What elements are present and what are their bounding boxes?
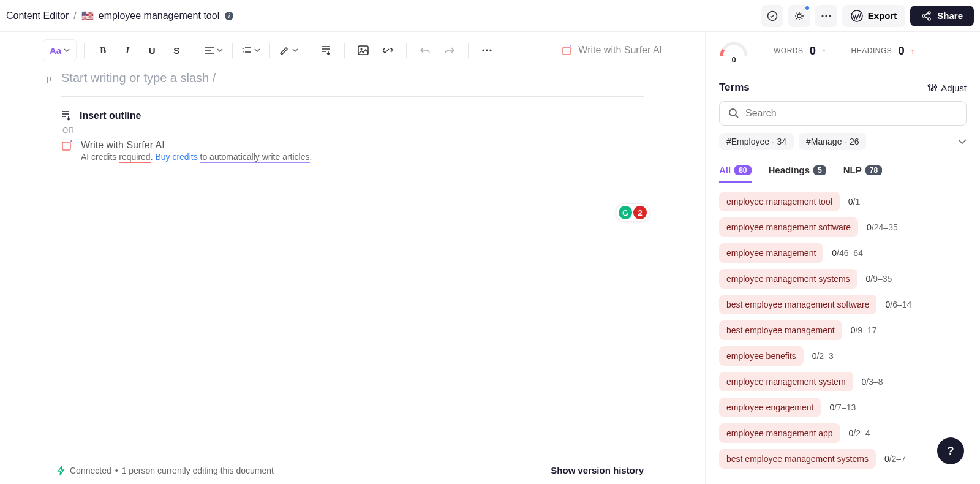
term-item[interactable]: employee management app0/2–4 xyxy=(719,423,967,443)
header-actions: Export Share xyxy=(761,5,974,27)
term-range: 0/46–64 xyxy=(832,248,863,258)
more-icon[interactable] xyxy=(815,5,837,27)
svg-point-8 xyxy=(922,15,925,17)
toolbar-sep xyxy=(232,43,233,58)
help-button[interactable]: ? xyxy=(937,437,964,464)
term-item[interactable]: employee management tool0/1 xyxy=(719,192,967,211)
terms-header: Terms Adjust xyxy=(719,81,967,94)
terms-search[interactable] xyxy=(719,101,967,126)
toolbar-sep xyxy=(344,43,345,58)
svg-point-16 xyxy=(486,49,488,51)
chips-row: #Employee - 34 #Manage - 26 xyxy=(719,133,967,150)
share-icon xyxy=(921,10,932,21)
check-icon[interactable] xyxy=(761,5,783,27)
editor-placeholder[interactable]: Start writing or type a slash / xyxy=(61,69,644,97)
toolbar-sep xyxy=(195,43,195,58)
write-ai-option[interactable]: Write with Surfer AI AI credits required… xyxy=(61,140,644,162)
svg-text:1: 1 xyxy=(242,46,244,50)
filter-chip[interactable]: #Manage - 26 xyxy=(799,133,866,150)
terms-tabs: All80 Headings5 NLP78 xyxy=(719,159,967,183)
svg-point-9 xyxy=(928,12,930,14)
tab-nlp[interactable]: NLP78 xyxy=(843,159,882,183)
adjust-button[interactable]: Adjust xyxy=(927,83,967,93)
grammarly-icon xyxy=(619,206,632,219)
redo-button[interactable] xyxy=(439,39,461,61)
write-ai-subtitle: AI credits required. Buy credits to auto… xyxy=(81,152,312,162)
indent-button[interactable] xyxy=(315,39,337,61)
write-ai-toolbar-button[interactable]: Write with Surfer AI xyxy=(561,44,662,56)
term-item[interactable]: employee management software0/24–35 xyxy=(719,217,967,237)
sliders-icon xyxy=(927,83,937,93)
term-range: 0/7–13 xyxy=(829,403,856,412)
text-style-button[interactable]: Aa xyxy=(43,39,77,61)
svg-rect-18 xyxy=(563,47,570,55)
share-button[interactable]: Share xyxy=(910,6,974,26)
write-ai-label: Write with Surfer AI xyxy=(578,45,662,56)
score-gauge[interactable]: 0 xyxy=(719,41,748,61)
term-range: 0/1 xyxy=(848,197,860,206)
chevron-down-icon xyxy=(292,48,298,52)
version-history-button[interactable]: Show version history xyxy=(551,465,644,475)
insert-outline-label: Insert outline xyxy=(80,110,141,121)
term-range: 0/6–14 xyxy=(885,300,911,309)
underline-button[interactable]: U xyxy=(141,39,163,61)
term-item[interactable]: best employee management software0/6–14 xyxy=(719,295,967,314)
write-ai-box: Write with Surfer AI AI credits required… xyxy=(81,140,312,162)
svg-point-4 xyxy=(821,15,823,17)
term-item[interactable]: employee benefits0/2–3 xyxy=(719,346,967,366)
toolbar-sep xyxy=(307,43,307,58)
toolbar-sep xyxy=(84,43,85,58)
term-item[interactable]: employee management system0/3–8 xyxy=(719,372,967,391)
term-item[interactable]: employee management systems0/9–35 xyxy=(719,269,967,289)
term-item[interactable]: employee engagement0/7–13 xyxy=(719,398,967,417)
export-label: Export xyxy=(868,10,897,21)
ai-sparkle-icon xyxy=(561,44,573,56)
term-pill: best employee management xyxy=(719,320,842,340)
main: Aa B I U S 12 xyxy=(0,32,980,484)
terms-title: Terms xyxy=(719,81,750,94)
export-button[interactable]: Export xyxy=(842,5,906,27)
highlight-button[interactable] xyxy=(277,39,300,61)
link-button[interactable] xyxy=(377,39,399,61)
term-range: 0/24–35 xyxy=(867,222,898,232)
undo-button[interactable] xyxy=(414,39,436,61)
strike-button[interactable]: S xyxy=(165,39,187,61)
tab-headings[interactable]: Headings5 xyxy=(769,159,826,183)
filter-chip[interactable]: #Employee - 34 xyxy=(719,133,794,150)
svg-text:2: 2 xyxy=(242,50,244,54)
tab-all[interactable]: All80 xyxy=(719,159,752,183)
search-input[interactable] xyxy=(745,108,957,119)
bold-button[interactable]: B xyxy=(92,39,114,61)
adjust-label: Adjust xyxy=(941,83,967,93)
term-pill: employee management system xyxy=(719,372,853,391)
svg-point-3 xyxy=(797,14,801,18)
term-item[interactable]: employee management0/46–64 xyxy=(719,243,967,263)
breadcrumb-root[interactable]: Content Editor xyxy=(6,10,69,21)
editor-body[interactable]: p Start writing or type a slash / Insert… xyxy=(0,69,705,456)
svg-point-21 xyxy=(932,88,933,90)
svg-point-5 xyxy=(825,15,827,17)
term-pill: best employee management software xyxy=(719,295,876,314)
term-item[interactable]: best employee management systems0/2–7 xyxy=(719,449,967,469)
term-item[interactable]: best employee management0/9–17 xyxy=(719,320,967,340)
settings-icon[interactable] xyxy=(788,5,810,27)
term-range: 0/9–17 xyxy=(851,325,877,335)
more-toolbar-button[interactable] xyxy=(476,39,498,61)
grammarly-badge[interactable]: 2 xyxy=(616,203,650,222)
insert-outline-button[interactable]: Insert outline xyxy=(61,110,644,121)
align-button[interactable] xyxy=(203,39,225,61)
svg-rect-19 xyxy=(62,142,70,150)
list-button[interactable]: 12 xyxy=(240,39,262,61)
chevron-down-icon[interactable] xyxy=(958,139,967,144)
editor-pane: Aa B I U S 12 xyxy=(0,32,706,484)
buy-credits-link[interactable]: Buy credits xyxy=(155,152,197,162)
toolbar-sep xyxy=(270,43,270,58)
term-range: 0/9–35 xyxy=(866,274,892,284)
italic-button[interactable]: I xyxy=(116,39,138,61)
image-button[interactable] xyxy=(352,39,374,61)
info-icon[interactable]: i xyxy=(224,11,234,21)
document-title[interactable]: employee management tool xyxy=(99,10,219,21)
chevron-down-icon xyxy=(64,48,70,52)
breadcrumb-sep: / xyxy=(74,10,76,21)
stats-row: 0 WORDS 0 ↑ HEADINGS 0 ↑ xyxy=(719,40,967,70)
